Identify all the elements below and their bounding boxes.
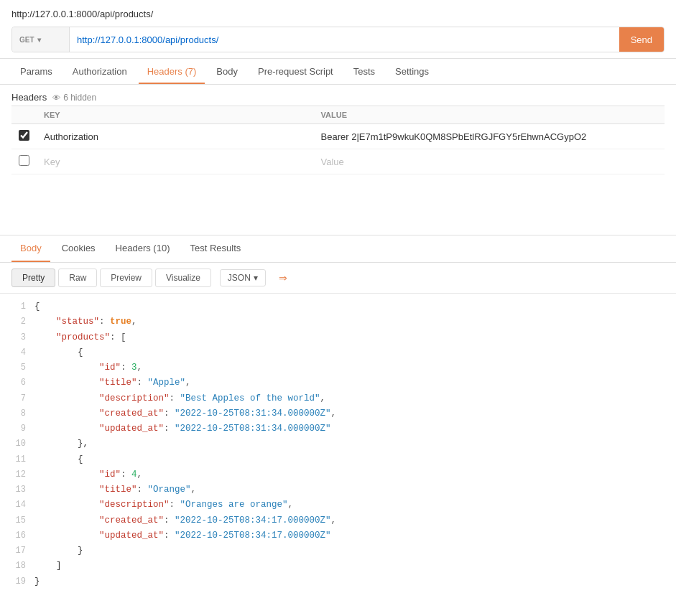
headers-label: Headers 👁 6 hidden xyxy=(11,92,665,103)
chevron-down-icon: ▾ xyxy=(254,273,258,283)
tab-settings[interactable]: Settings xyxy=(386,60,437,84)
request-row: GET ▾ Send xyxy=(11,27,665,52)
tab-body[interactable]: Body xyxy=(208,60,246,84)
eye-icon: 👁 xyxy=(52,93,60,102)
format-select[interactable]: JSON ▾ xyxy=(220,269,266,286)
view-tab-visualize[interactable]: Visualize xyxy=(155,269,211,287)
view-tab-preview[interactable]: Preview xyxy=(100,269,152,287)
json-line-15: 15 "created_at": "2022-10-25T08:34:17.00… xyxy=(11,513,665,528)
row-checkbox-cell xyxy=(11,124,37,149)
json-line-17: 17 } xyxy=(11,543,665,559)
headers-table: KEY VALUE Authorization Bearer 2|E7m1tP9… xyxy=(11,106,665,174)
json-line-13: 13 "title": "Orange", xyxy=(11,482,665,498)
row-checkbox[interactable] xyxy=(19,130,29,141)
response-tab-cookies[interactable]: Cookies xyxy=(53,235,104,262)
json-line-18: 18 ] xyxy=(11,559,665,574)
row-checkbox[interactable] xyxy=(19,155,29,166)
json-line-8: 8 "created_at": "2022-10-25T08:31:34.000… xyxy=(11,406,665,421)
wrap-button[interactable]: ⇒ xyxy=(273,269,293,286)
value-cell: Value xyxy=(314,149,665,174)
url-bar-section: http://127.0.0.1:8000/api/products/ GET … xyxy=(0,0,676,59)
request-tabs-row: Params Authorization Headers (7) Body Pr… xyxy=(0,60,676,85)
spacer xyxy=(0,177,676,220)
wrap-icon: ⇒ xyxy=(279,272,287,284)
json-line-5: 5 "id": 3, xyxy=(11,360,665,375)
response-section: Body Cookies Headers (10) Test Results P… xyxy=(0,235,676,601)
format-label: JSON xyxy=(228,273,251,283)
checkbox-col-header xyxy=(11,106,37,124)
method-label: GET xyxy=(19,36,34,44)
json-line-10: 10 }, xyxy=(11,437,665,452)
json-line-3: 3 "products": [ xyxy=(11,330,665,345)
json-line-16: 16 "updated_at": "2022-10-25T08:34:17.00… xyxy=(11,528,665,543)
key-text: Authorization xyxy=(44,131,98,142)
view-tab-pretty[interactable]: Pretty xyxy=(11,269,55,287)
json-line-4: 4 { xyxy=(11,345,665,360)
response-tab-headers[interactable]: Headers (10) xyxy=(107,235,179,262)
json-line-7: 7 "description": "Best Apples of the wor… xyxy=(11,391,665,406)
hidden-count: 6 hidden xyxy=(63,93,96,103)
json-viewer: 1 { 2 "status": true, 3 "products": [ 4 … xyxy=(0,294,676,601)
key-cell: Authorization xyxy=(37,124,314,149)
value-text: Bearer 2|E7m1tP9wkuK0QM8SPbEtlRGJFGY5rEh… xyxy=(321,131,587,142)
key-cell: Key xyxy=(37,149,314,174)
json-line-14: 14 "description": "Oranges are orange", xyxy=(11,498,665,513)
json-line-6: 6 "title": "Apple", xyxy=(11,375,665,391)
headers-title: Headers xyxy=(11,92,47,103)
response-tabs-row: Body Cookies Headers (10) Test Results xyxy=(0,235,676,263)
tab-params[interactable]: Params xyxy=(11,60,61,84)
headers-sub-section: Headers 👁 6 hidden KEY VALUE Authorizati… xyxy=(0,85,676,177)
value-cell: Bearer 2|E7m1tP9wkuK0QM8SPbEtlRGJFGY5rEh… xyxy=(314,124,665,149)
table-row: Key Value xyxy=(11,149,665,174)
send-button[interactable]: Send xyxy=(619,27,664,52)
url-display: http://127.0.0.1:8000/api/products/ xyxy=(11,9,665,19)
json-line-2: 2 "status": true, xyxy=(11,314,665,330)
row-checkbox-cell xyxy=(11,149,37,174)
json-line-1: 1 { xyxy=(11,299,665,314)
method-select[interactable]: GET ▾ xyxy=(12,27,70,52)
tab-pre-request-script[interactable]: Pre-request Script xyxy=(249,60,342,84)
view-tabs-row: Pretty Raw Preview Visualize JSON ▾ ⇒ xyxy=(0,263,676,294)
response-tab-body[interactable]: Body xyxy=(11,235,50,262)
key-header: KEY xyxy=(37,106,314,124)
table-row: Authorization Bearer 2|E7m1tP9wkuK0QM8SP… xyxy=(11,124,665,149)
hidden-badge: 👁 6 hidden xyxy=(52,93,96,103)
json-line-9: 9 "updated_at": "2022-10-25T08:31:34.000… xyxy=(11,421,665,437)
json-line-12: 12 "id": 4, xyxy=(11,467,665,482)
json-line-11: 11 { xyxy=(11,452,665,467)
value-placeholder: Value xyxy=(321,157,344,167)
response-tab-test-results[interactable]: Test Results xyxy=(181,235,249,262)
tab-authorization[interactable]: Authorization xyxy=(64,60,136,84)
tab-headers[interactable]: Headers (7) xyxy=(139,60,205,84)
tab-tests[interactable]: Tests xyxy=(345,60,384,84)
url-input[interactable] xyxy=(70,27,619,52)
key-placeholder: Key xyxy=(44,157,60,167)
json-line-19: 19 } xyxy=(11,574,665,589)
value-header: VALUE xyxy=(314,106,665,124)
view-tab-raw[interactable]: Raw xyxy=(58,269,97,287)
chevron-down-icon: ▾ xyxy=(37,36,41,44)
